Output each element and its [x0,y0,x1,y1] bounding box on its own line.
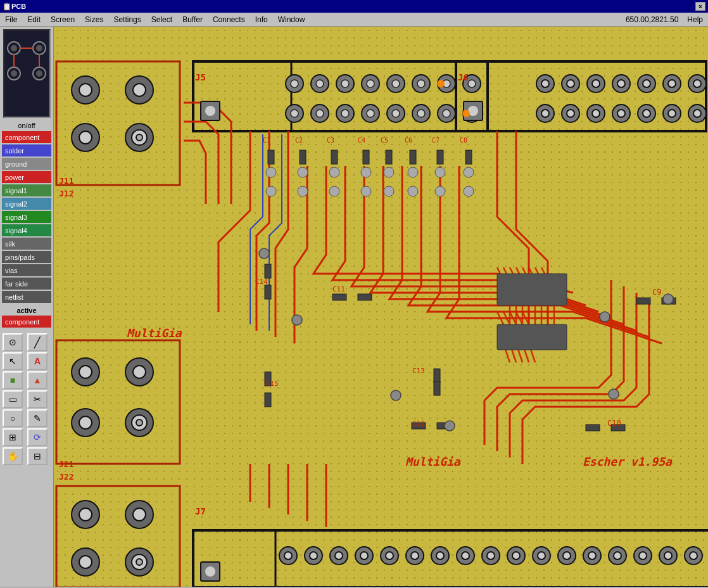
layer-solder[interactable]: solder [2,144,51,157]
layer-tool-button[interactable]: ⊟ [27,447,47,465]
svg-point-107 [79,84,92,96]
hand-tool-button[interactable]: ✋ [3,447,23,465]
layer-signal2[interactable]: signal2 [2,198,51,210]
svg-point-175 [361,167,371,177]
svg-point-142 [386,552,393,559]
svg-point-158 [588,552,596,559]
svg-point-95 [592,110,600,117]
svg-point-87 [668,80,676,87]
svg-point-178 [384,186,394,196]
svg-point-150 [487,552,495,559]
layer-silk[interactable]: silk [2,238,51,250]
svg-text:C6: C6 [405,137,412,144]
menu-info[interactable]: Info [250,14,273,25]
titlebar: 📋 PCB × [0,0,708,13]
svg-point-103 [693,110,701,117]
svg-point-69 [417,110,425,117]
layer-component[interactable]: component [2,131,51,143]
active-label: active [0,306,53,315]
active-layer-display[interactable]: component [2,316,51,328]
svg-point-120 [79,416,92,429]
rect-tool-button[interactable]: ■ [3,371,23,389]
svg-point-190 [663,294,673,304]
svg-text:C1: C1 [263,137,270,144]
menu-select[interactable]: Select [146,14,177,25]
canvas-area[interactable]: J5 J6 J11 J12 J21 J22 J7 C1 C2 C3 C4 C5 … [54,27,708,587]
svg-point-75 [205,106,215,116]
component-tool-button[interactable]: ▭ [3,390,23,408]
svg-point-164 [664,552,672,559]
layer-signal4[interactable]: signal4 [2,224,51,236]
svg-point-184 [464,186,474,196]
close-button[interactable]: × [695,2,705,11]
svg-point-93 [567,110,574,117]
fill-tool-button[interactable]: ▲ [27,371,47,389]
menu-screen[interactable]: Screen [46,14,80,25]
layer-vias[interactable]: vias [2,264,51,276]
coordinates-display: 650.00,2821.50 [622,15,682,24]
svg-point-125 [79,508,92,521]
svg-point-171 [298,167,308,177]
menu-buffer[interactable]: Buffer [177,14,208,25]
menu-help[interactable]: Help [682,14,708,25]
svg-point-148 [462,552,469,559]
line-tool-button[interactable]: ╱ [27,333,47,351]
menu-edit[interactable]: Edit [22,14,46,25]
layer-signal3[interactable]: signal3 [2,211,51,223]
svg-text:C12: C12 [412,419,425,428]
svg-text:C2: C2 [295,137,303,144]
layer-farside[interactable]: far side [2,278,51,290]
layer-signal1[interactable]: signal1 [2,184,51,196]
svg-text:C15: C15 [266,380,279,388]
svg-point-65 [367,110,374,117]
svg-point-222 [462,110,470,117]
svg-rect-22 [331,150,338,164]
svg-point-91 [541,110,549,117]
menu-window[interactable]: Window [273,14,310,25]
svg-rect-40 [434,369,440,383]
grid-tool-button[interactable]: ⊞ [3,428,23,446]
svg-rect-25 [410,150,416,164]
cut-tool-button[interactable]: ✂ [27,390,47,408]
menu-sizes[interactable]: Sizes [80,14,108,25]
via-tool-button[interactable]: ⊙ [3,333,23,351]
svg-text:Escher v1.95a: Escher v1.95a [583,455,673,468]
svg-point-118 [133,366,146,378]
arc-tool-button[interactable]: ○ [3,409,23,427]
svg-text:C10: C10 [607,419,621,428]
svg-text:C4: C4 [358,137,365,144]
svg-point-134 [284,552,292,559]
title-icon: 📋 [3,3,11,11]
menu-connects[interactable]: Connects [208,14,250,25]
svg-point-154 [538,552,545,559]
svg-point-156 [563,552,571,559]
svg-point-77 [541,80,549,87]
pcb-canvas[interactable]: J5 J6 J11 J12 J21 J22 J7 C1 C2 C3 C4 C5 … [54,27,708,587]
menu-settings[interactable]: Settings [108,14,146,25]
svg-point-47 [341,80,349,87]
edit-tool-button[interactable]: ✎ [27,409,47,427]
svg-point-111 [79,131,92,144]
rotate-tool-button[interactable]: ⟳ [27,428,47,446]
select-tool-button[interactable]: ↖ [3,352,23,370]
onoff-label: on/off [0,120,53,131]
layer-ground[interactable]: ground [2,158,51,170]
svg-point-180 [408,186,418,196]
svg-point-173 [329,167,339,177]
svg-rect-186 [497,324,567,350]
svg-rect-37 [358,294,372,300]
svg-point-182 [435,186,445,196]
layer-power[interactable]: power [2,171,51,183]
svg-point-85 [643,80,650,87]
pcb-svg: J5 J6 J11 J12 J21 J22 J7 C1 C2 C3 C4 C5 … [54,27,708,587]
text-tool-button[interactable]: A [27,352,47,370]
svg-text:J12: J12 [59,189,73,198]
svg-text:C3: C3 [327,137,334,144]
svg-rect-23 [363,150,369,164]
layer-netlist[interactable]: netlist [2,291,51,303]
layer-pinspads[interactable]: pins/pads [2,251,51,263]
svg-text:C14: C14 [255,278,268,286]
svg-point-109 [133,84,146,96]
menu-file[interactable]: File [0,14,22,25]
svg-text:C5: C5 [381,137,388,144]
